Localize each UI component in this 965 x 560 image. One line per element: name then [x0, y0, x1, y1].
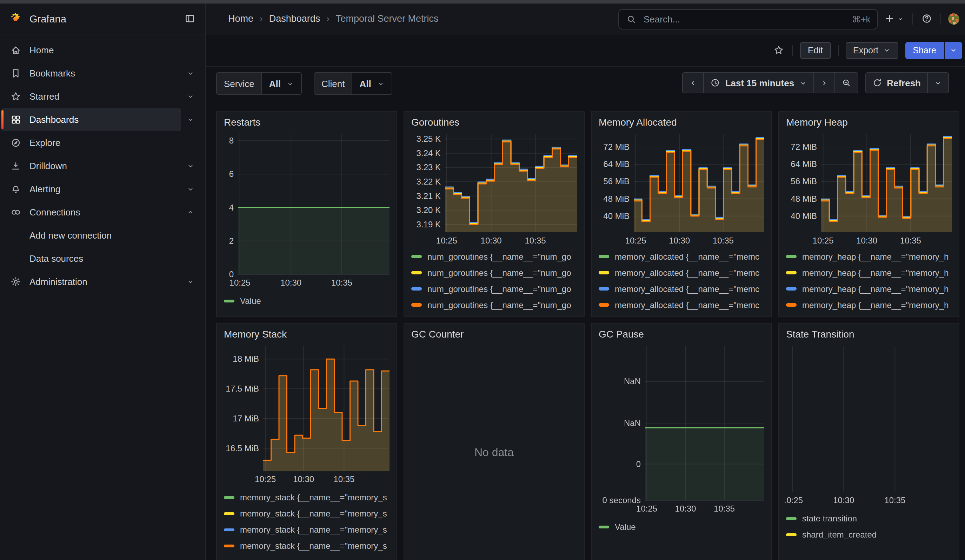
- legend-item[interactable]: num_goroutines {__name__="num_go: [411, 298, 577, 312]
- panel-title[interactable]: Goroutines: [404, 112, 584, 129]
- legend-item[interactable]: memory_stack {__name__="memory_s: [224, 539, 389, 553]
- legend-item[interactable]: num_goroutines {__name__="num_go: [411, 250, 577, 263]
- sidebar-item-data-sources[interactable]: Data sources: [2, 247, 181, 270]
- legend-item[interactable]: memory_heap {__name__="memory_h: [786, 250, 952, 263]
- svg-text:10:30: 10:30: [481, 236, 502, 245]
- panel-title[interactable]: Memory Heap: [779, 112, 959, 129]
- search-input[interactable]: [642, 13, 846, 25]
- sidebar-item-alerting[interactable]: Alerting: [2, 178, 181, 201]
- legend-item[interactable]: memory_stack {__name__="memory_s: [224, 491, 389, 504]
- breadcrumb-item[interactable]: Dashboards: [269, 13, 321, 24]
- legend-label: num_goroutines {__name__="num_go: [427, 251, 571, 261]
- sidebar-item-dashboards[interactable]: Dashboards: [2, 108, 181, 131]
- chevron-down-icon[interactable]: [181, 162, 199, 170]
- share-button[interactable]: Share: [905, 42, 944, 59]
- search-box[interactable]: ⌘+k: [618, 9, 878, 29]
- panel-state-transition: State Transition10:2510:3010:35state tra…: [778, 323, 959, 560]
- star-icon: [774, 45, 784, 56]
- legend-item[interactable]: memory_allocated {__name__="memc: [599, 282, 764, 296]
- chevron-down-icon[interactable]: [181, 278, 199, 286]
- svg-text:3.25 K: 3.25 K: [417, 134, 441, 144]
- chevron-down-icon[interactable]: [181, 116, 199, 124]
- sidebar-item-connections[interactable]: Connections: [2, 201, 181, 224]
- chart-restarts: 8642010:2510:3010:35: [222, 130, 392, 291]
- panel-title[interactable]: GC Pause: [592, 323, 771, 340]
- svg-text:10:25: 10:25: [229, 278, 250, 287]
- panel-title[interactable]: GC Counter: [404, 323, 584, 340]
- panel-memory-stack: Memory Stack18 MiB17.5 MiB17 MiB16.5 MiB…: [216, 323, 397, 560]
- legend-swatch: [224, 512, 234, 516]
- refresh-group: Refresh: [865, 72, 949, 93]
- svg-text:10:25: 10:25: [636, 504, 657, 513]
- breadcrumb-separator: ›: [326, 13, 329, 24]
- panel-title[interactable]: Memory Allocated: [592, 112, 771, 129]
- legend-item[interactable]: num_goroutines {__name__="num_go: [411, 282, 577, 296]
- window-top-strip: [0, 0, 965, 3]
- legend-item[interactable]: memory_stack {__name__="memory_s: [224, 507, 389, 521]
- sidebar-item-bookmarks[interactable]: Bookmarks: [2, 62, 181, 85]
- client-filter-value[interactable]: All: [352, 73, 391, 94]
- legend-item[interactable]: memory_heap {__name__="memory_h: [786, 282, 952, 296]
- sidebar-item-explore[interactable]: Explore: [2, 131, 181, 154]
- legend-item[interactable]: num_goroutines {__name__="num_go: [411, 266, 577, 280]
- legend-item[interactable]: memory_allocated {__name__="memc: [599, 250, 764, 263]
- svg-text:10:25: 10:25: [625, 236, 646, 245]
- time-shift-forward-button[interactable]: [813, 72, 834, 93]
- share-menu-button[interactable]: [945, 42, 962, 59]
- panel-title[interactable]: Memory Stack: [217, 323, 396, 340]
- refresh-interval-button[interactable]: [927, 72, 949, 93]
- svg-text:56 MiB: 56 MiB: [603, 176, 630, 186]
- legend-swatch: [411, 304, 422, 307]
- svg-text:10:35: 10:35: [525, 236, 546, 245]
- add-button[interactable]: [883, 12, 905, 25]
- svg-text:16.5 MiB: 16.5 MiB: [226, 444, 259, 453]
- legend-item[interactable]: shard_item_created: [786, 528, 952, 542]
- sidebar-toggle-button[interactable]: [183, 3, 196, 34]
- help-button[interactable]: [920, 12, 934, 25]
- sidebar-item-label: Alerting: [29, 184, 61, 194]
- service-filter-label: Service: [217, 73, 262, 94]
- sidebar-item-label: Administration: [29, 276, 87, 287]
- chevron-up-icon[interactable]: [181, 208, 199, 216]
- time-range-button[interactable]: Last 15 minutes: [703, 72, 813, 93]
- sidebar-item-administration[interactable]: Administration: [2, 270, 181, 293]
- chart-memory-allocated: 72 MiB64 MiB56 MiB48 MiB40 MiB10:2510:30…: [597, 130, 767, 247]
- legend-item[interactable]: memory_stack {__name__="memory_s: [224, 523, 389, 537]
- chevron-down-icon: [377, 80, 384, 87]
- legend-label: memory_stack {__name__="memory_s: [240, 525, 387, 535]
- breadcrumb-item[interactable]: Home: [228, 13, 254, 24]
- legend-item[interactable]: memory_heap {__name__="memory_h: [786, 266, 952, 280]
- legend-item[interactable]: memory_allocated {__name__="memc: [599, 266, 764, 280]
- refresh-button[interactable]: Refresh: [865, 72, 927, 93]
- star-dashboard-button[interactable]: [772, 44, 785, 57]
- sidebar-row: Bookmarks: [0, 62, 205, 85]
- panel-title[interactable]: State Transition: [779, 323, 959, 340]
- service-filter-value[interactable]: All: [262, 73, 301, 94]
- zoom-out-button[interactable]: [834, 72, 858, 93]
- avatar[interactable]: [948, 13, 959, 24]
- time-shift-back-button[interactable]: [682, 72, 703, 93]
- grafana-logo-icon[interactable]: [8, 11, 23, 26]
- sidebar-item-drilldown[interactable]: Drilldown: [2, 154, 181, 178]
- svg-text:18 MiB: 18 MiB: [233, 354, 259, 364]
- legend-label: shard_item_created: [802, 530, 877, 540]
- export-button[interactable]: Export: [846, 42, 898, 59]
- divider: [792, 44, 793, 56]
- legend-item[interactable]: Value: [224, 294, 389, 308]
- sidebar-item-add-new-connection[interactable]: Add new connection: [2, 224, 181, 247]
- legend-item[interactable]: memory_heap {__name__="memory_h: [786, 298, 952, 312]
- chart-gc-pause: NaNNaN00 seconds10:2510:3010:35: [597, 342, 767, 517]
- legend-label: Value: [240, 296, 261, 306]
- svg-text:10:35: 10:35: [900, 236, 921, 245]
- legend-item[interactable]: Value: [599, 520, 764, 534]
- chevron-down-icon[interactable]: [181, 185, 199, 193]
- chevron-down-icon[interactable]: [181, 70, 199, 77]
- sidebar-item-home[interactable]: Home: [2, 39, 181, 62]
- legend-item[interactable]: memory_allocated {__name__="memc: [599, 298, 764, 312]
- sidebar-item-starred[interactable]: Starred: [2, 85, 181, 108]
- chevron-down-icon[interactable]: [181, 93, 199, 100]
- star-icon: [10, 91, 21, 102]
- panel-title[interactable]: Restarts: [217, 112, 396, 129]
- edit-button[interactable]: Edit: [800, 42, 831, 59]
- legend-item[interactable]: state transition: [786, 511, 952, 526]
